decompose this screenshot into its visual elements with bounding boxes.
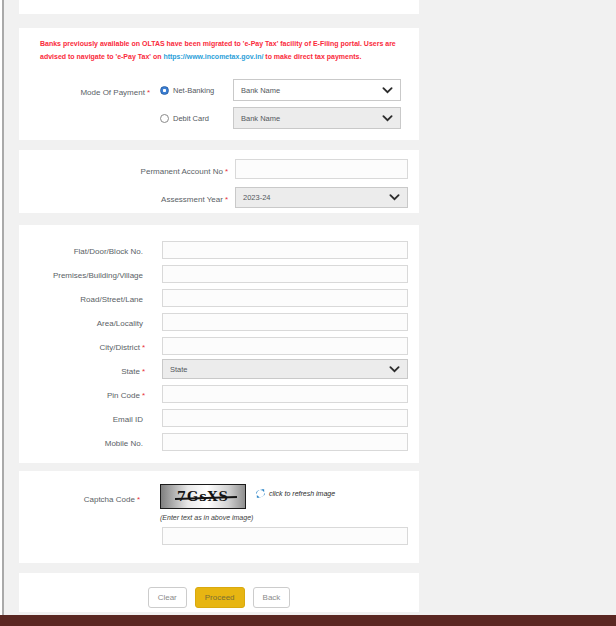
area-row: Area/Locality	[19, 309, 419, 333]
city-input[interactable]	[162, 337, 408, 355]
debit-card-radio[interactable]	[160, 114, 169, 123]
bank-name-value: Bank Name	[241, 114, 280, 123]
flat-row: Flat/Door/Block No.	[19, 237, 419, 261]
net-banking-label[interactable]: Net-Banking	[173, 86, 214, 95]
email-input[interactable]	[162, 409, 408, 427]
pincode-input[interactable]	[162, 385, 408, 403]
area-input[interactable]	[162, 313, 408, 331]
captcha-image: 7GsXS	[160, 484, 246, 509]
address-section: Flat/Door/Block No. Premises/Building/Vi…	[19, 225, 419, 463]
pan-label: Permanent Account No*	[19, 160, 228, 178]
mobile-label: Mobile No.	[19, 432, 145, 450]
flat-input[interactable]	[162, 241, 408, 259]
pincode-label: Pin Code*	[19, 384, 145, 402]
warning-part2: to make direct tax payments.	[263, 53, 361, 60]
captcha-input[interactable]	[162, 527, 408, 545]
assessment-year-label: Assessment Year*	[19, 188, 228, 206]
road-label: Road/Street/Lane	[19, 288, 145, 306]
required-asterisk: *	[137, 495, 140, 504]
clear-button[interactable]: Clear	[148, 587, 187, 608]
net-banking-radio[interactable]	[160, 86, 169, 95]
pincode-row: Pin Code*	[19, 381, 419, 405]
email-row: Email ID	[19, 405, 419, 429]
required-asterisk: *	[225, 167, 228, 176]
back-button[interactable]: Back	[253, 587, 291, 608]
city-label: City/District*	[19, 336, 145, 354]
required-asterisk: *	[225, 195, 228, 204]
captcha-refresh[interactable]: click to refresh image	[255, 488, 335, 499]
captcha-label: Captcha Code*	[19, 488, 140, 506]
mobile-row: Mobile No.	[19, 429, 419, 453]
mode-of-payment-label: Mode Of Payment*	[19, 81, 150, 99]
payment-mode-section: Banks previously available on OLTAS have…	[19, 28, 419, 140]
road-input[interactable]	[162, 289, 408, 307]
net-banking-row: Mode Of Payment* Net-Banking Bank Name	[19, 78, 419, 102]
required-asterisk: *	[147, 88, 150, 97]
flat-label: Flat/Door/Block No.	[19, 240, 145, 258]
top-partial-panel	[19, 0, 419, 14]
debit-card-row: Debit Card Bank Name	[19, 106, 419, 130]
chevron-down-icon	[382, 86, 393, 95]
premises-row: Premises/Building/Village	[19, 261, 419, 285]
premises-input[interactable]	[162, 265, 408, 283]
state-value: State	[170, 365, 188, 374]
refresh-label[interactable]: click to refresh image	[269, 490, 335, 497]
refresh-icon[interactable]	[255, 488, 266, 499]
left-border-line	[2, 0, 4, 615]
pan-input[interactable]	[235, 159, 408, 179]
captcha-section: Captcha Code* 7GsXS click to refresh ima…	[19, 471, 419, 563]
premises-label: Premises/Building/Village	[19, 264, 145, 282]
pan-section: Permanent Account No* Assessment Year* 2…	[19, 150, 419, 213]
captcha-text: 7GsXS	[177, 489, 229, 504]
area-label: Area/Locality	[19, 312, 145, 330]
actions-section: Clear Proceed Back	[19, 573, 419, 612]
pan-row: Permanent Account No*	[19, 158, 419, 180]
chevron-down-icon	[389, 365, 400, 374]
chevron-down-icon	[382, 114, 393, 123]
road-row: Road/Street/Lane	[19, 285, 419, 309]
incometax-portal-link[interactable]: https://www.incometax.gov.in/	[163, 53, 263, 60]
footer-bar	[0, 615, 616, 626]
net-banking-bank-dropdown[interactable]: Bank Name	[233, 79, 401, 101]
payment-form-page: Banks previously available on OLTAS have…	[0, 0, 616, 626]
email-label: Email ID	[19, 408, 145, 426]
assessment-year-dropdown[interactable]: 2023-24	[235, 187, 408, 208]
state-dropdown[interactable]: State	[162, 359, 408, 379]
debit-card-label[interactable]: Debit Card	[173, 114, 209, 123]
chevron-down-icon	[389, 193, 400, 202]
proceed-button[interactable]: Proceed	[195, 587, 245, 608]
state-label: State*	[19, 360, 145, 378]
captcha-hint: (Enter text as in above image)	[160, 514, 253, 521]
bank-name-value: Bank Name	[241, 86, 280, 95]
debit-card-bank-dropdown[interactable]: Bank Name	[233, 107, 401, 129]
migration-warning-text: Banks previously available on OLTAS have…	[40, 37, 418, 63]
state-row: State* State	[19, 357, 419, 381]
city-row: City/District*	[19, 333, 419, 357]
mobile-input[interactable]	[162, 433, 408, 451]
assessment-year-row: Assessment Year* 2023-24	[19, 186, 419, 208]
assessment-year-value: 2023-24	[243, 193, 271, 202]
